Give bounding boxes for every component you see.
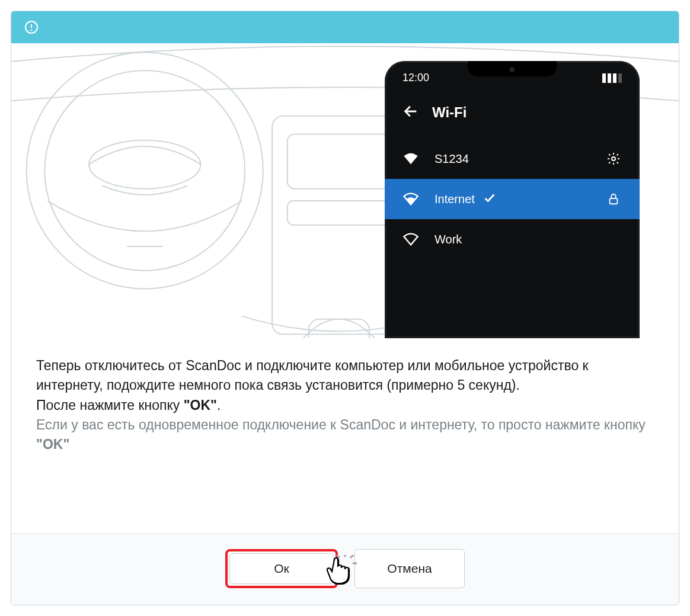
wifi-list: S1234: [385, 139, 640, 259]
svg-line-16: [351, 555, 353, 557]
svg-point-12: [612, 157, 615, 161]
ok-button[interactable]: Ок: [229, 553, 334, 584]
message-line-2: После нажмите кнопку "OK".: [36, 396, 654, 415]
empty-action: [605, 231, 622, 248]
alert-icon: [24, 20, 39, 34]
wifi-row-work[interactable]: Work: [385, 219, 640, 259]
wifi-row-internet[interactable]: Internet: [385, 179, 640, 219]
svg-rect-13: [610, 198, 618, 204]
wifi-name: S1234: [435, 152, 469, 166]
dialog-body: 12:00 Wi-Fi: [11, 43, 679, 533]
gear-icon[interactable]: [605, 150, 622, 167]
wifi-name: Internet: [435, 192, 475, 206]
wifi-signal-icon: [402, 231, 419, 248]
svg-point-3: [27, 52, 263, 288]
ok-highlight: Ок: [225, 549, 338, 588]
dialog-footer: Ок Отмена: [11, 533, 679, 605]
dialog: 12:00 Wi-Fi: [11, 11, 679, 605]
phone-mockup: 12:00 Wi-Fi: [385, 61, 640, 338]
phone-title-row: Wi-Fi: [385, 90, 640, 139]
message-hint: Если у вас есть одновременное подключени…: [36, 415, 654, 455]
lock-icon: [605, 191, 622, 207]
wifi-signal-icon: [402, 191, 419, 207]
wifi-name: Work: [435, 233, 462, 246]
battery-icon: [602, 73, 622, 83]
illustration: 12:00 Wi-Fi: [11, 43, 679, 338]
phone-notch: [468, 61, 557, 76]
svg-rect-8: [288, 134, 391, 189]
wifi-row-s1234[interactable]: S1234: [385, 139, 640, 179]
svg-point-5: [89, 140, 200, 189]
phone-time: 12:00: [402, 72, 429, 84]
wifi-signal-icon: [402, 150, 419, 167]
cancel-button[interactable]: Отмена: [354, 549, 465, 588]
svg-point-4: [44, 70, 245, 271]
message-line-1: Теперь отключитесь от ScanDoc и подключи…: [36, 356, 654, 396]
svg-rect-10: [309, 319, 369, 338]
phone-screen-title: Wi-Fi: [432, 104, 467, 121]
check-icon: [483, 191, 496, 207]
svg-point-2: [31, 30, 32, 31]
dialog-header: [11, 11, 679, 43]
message-block: Теперь отключитесь от ScanDoc и подключи…: [11, 338, 679, 473]
svg-rect-9: [288, 201, 391, 225]
back-arrow-icon[interactable]: [402, 103, 419, 122]
